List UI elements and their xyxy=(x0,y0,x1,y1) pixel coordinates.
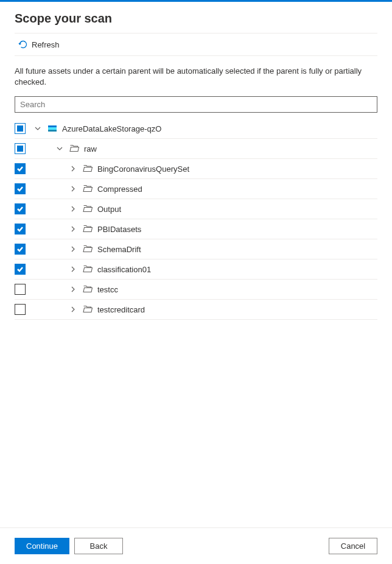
toolbar: Refresh xyxy=(15,33,377,56)
tree-item-label: SchemaDrift xyxy=(97,245,141,254)
storage-icon xyxy=(47,124,57,133)
folder-open-icon xyxy=(83,184,93,194)
chevron-right-icon[interactable] xyxy=(68,305,78,314)
checkbox-checked[interactable] xyxy=(15,224,26,234)
tree-row[interactable]: classification01 xyxy=(15,259,377,280)
description-text: All future assets under a certain parent… xyxy=(15,66,377,88)
back-button[interactable]: Back xyxy=(74,538,123,554)
checkbox-indeterminate[interactable] xyxy=(15,143,26,154)
tree-row[interactable]: PBIDatasets xyxy=(15,219,377,239)
tree-item-label: Output xyxy=(97,205,121,214)
tree-item-label: AzureDataLakeStorage-qzO xyxy=(62,124,161,133)
checkbox-checked[interactable] xyxy=(15,183,26,194)
chevron-right-icon[interactable] xyxy=(68,284,78,294)
tree-item-label: testcreditcard xyxy=(97,305,145,314)
cancel-button[interactable]: Cancel xyxy=(329,538,377,554)
folder-open-icon xyxy=(83,224,93,234)
tree-row[interactable]: SchemaDrift xyxy=(15,239,377,259)
checkbox-unchecked[interactable] xyxy=(15,304,26,315)
checkbox-indeterminate[interactable] xyxy=(15,123,26,134)
tree-row[interactable]: Compressed xyxy=(15,179,377,199)
refresh-label: Refresh xyxy=(32,40,60,49)
tree-item-label: raw xyxy=(84,144,97,153)
tree-item-label: Compressed xyxy=(97,185,142,194)
checkbox-unchecked[interactable] xyxy=(15,284,26,295)
page-title: Scope your scan xyxy=(15,12,377,26)
folder-open-icon xyxy=(83,305,93,314)
tree-row[interactable]: Output xyxy=(15,199,377,219)
refresh-icon xyxy=(18,40,28,49)
continue-button[interactable]: Continue xyxy=(15,538,69,554)
chevron-down-icon[interactable] xyxy=(55,144,65,153)
checkbox-checked[interactable] xyxy=(15,163,26,174)
svg-rect-1 xyxy=(48,125,57,127)
folder-open-icon xyxy=(83,264,93,274)
tree-row[interactable]: BingCoronavirusQuerySet xyxy=(15,159,377,179)
chevron-right-icon[interactable] xyxy=(68,204,78,214)
checkbox-checked[interactable] xyxy=(15,203,26,214)
search-input[interactable] xyxy=(15,96,377,113)
tree-row-raw[interactable]: raw xyxy=(15,139,377,159)
checkbox-checked[interactable] xyxy=(15,244,26,255)
chevron-right-icon[interactable] xyxy=(68,184,78,194)
chevron-down-icon[interactable] xyxy=(33,124,43,133)
tree-item-label: PBIDatasets xyxy=(97,225,141,234)
tree-item-label: classification01 xyxy=(97,265,151,274)
asset-tree: AzureDataLakeStorage-qzO raw BingCoronav… xyxy=(15,119,377,320)
chevron-right-icon[interactable] xyxy=(68,224,78,234)
folder-open-icon xyxy=(69,144,79,153)
tree-row[interactable]: testcc xyxy=(15,280,377,300)
tree-row[interactable]: testcreditcard xyxy=(15,300,377,320)
folder-open-icon xyxy=(83,244,93,254)
tree-item-label: testcc xyxy=(97,285,118,294)
folder-open-icon xyxy=(83,204,93,214)
refresh-button[interactable]: Refresh xyxy=(15,37,63,52)
chevron-right-icon[interactable] xyxy=(68,264,78,274)
tree-row-root[interactable]: AzureDataLakeStorage-qzO xyxy=(15,119,377,139)
tree-item-label: BingCoronavirusQuerySet xyxy=(97,164,189,174)
svg-rect-2 xyxy=(48,130,57,132)
checkbox-checked[interactable] xyxy=(15,264,26,275)
folder-open-icon xyxy=(83,284,93,294)
chevron-right-icon[interactable] xyxy=(68,244,78,254)
footer: Continue Back Cancel xyxy=(0,527,392,564)
chevron-right-icon[interactable] xyxy=(68,164,78,174)
folder-open-icon xyxy=(83,164,93,174)
